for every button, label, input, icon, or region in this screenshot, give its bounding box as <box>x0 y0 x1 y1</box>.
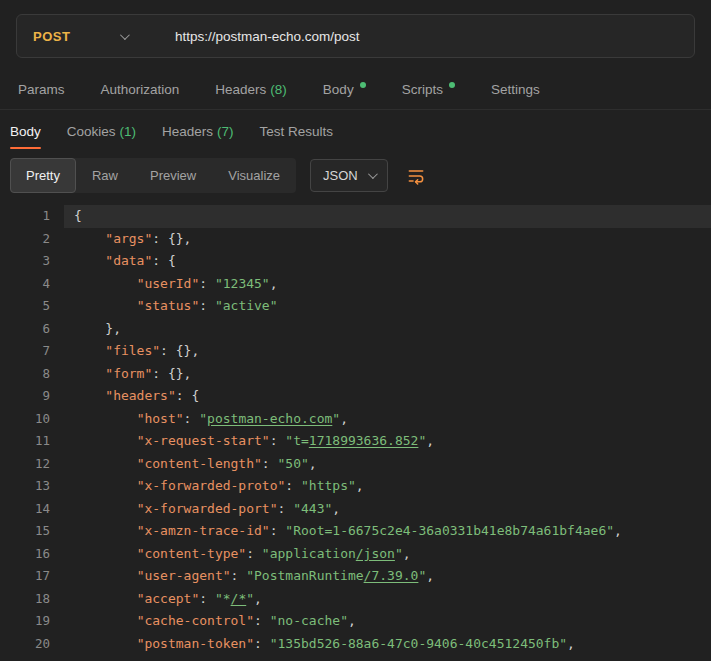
tab-label: Settings <box>491 82 540 97</box>
request-tab-settings[interactable]: Settings <box>491 70 540 109</box>
chevron-down-icon <box>120 30 130 40</box>
line-number: 3 <box>0 250 64 273</box>
response-tab-headers[interactable]: Headers (7) <box>162 110 234 152</box>
language-select[interactable]: JSON <box>310 159 388 192</box>
line-number: 5 <box>0 295 64 318</box>
response-tab-cookies[interactable]: Cookies (1) <box>67 110 136 152</box>
tab-count-badge: (7) <box>217 124 234 139</box>
code-line: 15 "x-amzn-trace-id": "Root=1-6675c2e4-3… <box>0 520 711 543</box>
tab-label: Body <box>10 124 41 139</box>
line-number: 4 <box>0 273 64 296</box>
response-tab-body[interactable]: Body <box>10 110 41 152</box>
method-label: POST <box>33 29 70 44</box>
line-number: 8 <box>0 363 64 386</box>
code-line: 11 "x-request-start": "t=1718993636.852"… <box>0 430 711 453</box>
code-line-content[interactable]: "x-forwarded-port": "443", <box>64 498 711 521</box>
code-line: 1{ <box>0 205 711 228</box>
code-line: 12 "content-length": "50", <box>0 453 711 476</box>
code-line-content[interactable]: "content-type": "application/json", <box>64 543 711 566</box>
view-tab-visualize[interactable]: Visualize <box>212 158 296 193</box>
code-line: 7 "files": {}, <box>0 340 711 363</box>
code-line-content[interactable]: "user-agent": "PostmanRuntime/7.39.0", <box>64 565 711 588</box>
line-number: 13 <box>0 475 64 498</box>
code-line: 6 }, <box>0 318 711 341</box>
code-line-content[interactable]: "form": {}, <box>64 363 711 386</box>
code-line: 2 "args": {}, <box>0 228 711 251</box>
code-line: 14 "x-forwarded-port": "443", <box>0 498 711 521</box>
line-number: 15 <box>0 520 64 543</box>
tab-label: Cookies <box>67 124 116 139</box>
code-line: 8 "form": {}, <box>0 363 711 386</box>
tab-count-badge: (8) <box>270 82 287 97</box>
code-line-content[interactable]: "accept": "*/*", <box>64 588 711 611</box>
code-line-content[interactable]: "x-request-start": "t=1718993636.852", <box>64 430 711 453</box>
view-tab-raw[interactable]: Raw <box>76 158 134 193</box>
line-number: 18 <box>0 588 64 611</box>
view-tab-pretty[interactable]: Pretty <box>10 158 76 193</box>
green-dot-icon <box>360 82 366 88</box>
code-line: 19 "cache-control": "no-cache", <box>0 610 711 633</box>
line-number: 17 <box>0 565 64 588</box>
line-number: 11 <box>0 430 64 453</box>
code-line-content[interactable]: "args": {}, <box>64 228 711 251</box>
code-line: 18 "accept": "*/*", <box>0 588 711 611</box>
url-box: POST https://postman-echo.com/post <box>16 14 695 58</box>
code-line: 16 "content-type": "application/json", <box>0 543 711 566</box>
request-tab-headers[interactable]: Headers (8) <box>215 70 287 109</box>
code-line: 20 "postman-token": "135bd526-88a6-47c0-… <box>0 633 711 656</box>
code-line-content[interactable]: "cache-control": "no-cache", <box>64 610 711 633</box>
tab-label: Headers <box>215 82 266 97</box>
wrap-text-button[interactable] <box>406 166 426 186</box>
url-input[interactable]: https://postman-echo.com/post <box>175 29 360 44</box>
code-line-content[interactable]: "x-amzn-trace-id": "Root=1-6675c2e4-36a0… <box>64 520 711 543</box>
line-number: 9 <box>0 385 64 408</box>
tab-label: Params <box>18 82 65 97</box>
tab-label: Body <box>323 82 354 97</box>
code-line: 4 "userId": "12345", <box>0 273 711 296</box>
code-line-content[interactable]: "postman-token": "135bd526-88a6-47c0-940… <box>64 633 711 656</box>
tab-label: Headers <box>162 124 213 139</box>
code-line-content[interactable]: "x-forwarded-proto": "https", <box>64 475 711 498</box>
line-number: 16 <box>0 543 64 566</box>
code-line-content[interactable]: "content-length": "50", <box>64 453 711 476</box>
code-line-content[interactable]: { <box>64 205 711 228</box>
code-line-content[interactable]: "status": "active" <box>64 295 711 318</box>
code-line: 5 "status": "active" <box>0 295 711 318</box>
line-number: 14 <box>0 498 64 521</box>
response-tab-test-results[interactable]: Test Results <box>260 110 334 152</box>
code-line: 13 "x-forwarded-proto": "https", <box>0 475 711 498</box>
line-number: 6 <box>0 318 64 341</box>
view-mode-group: PrettyRawPreviewVisualize <box>10 158 296 193</box>
tab-label: Authorization <box>101 82 180 97</box>
code-line: 10 "host": "postman-echo.com", <box>0 408 711 431</box>
green-dot-icon <box>449 82 455 88</box>
request-tab-params[interactable]: Params <box>18 70 65 109</box>
code-line-content[interactable]: "files": {}, <box>64 340 711 363</box>
response-tabs: BodyCookies (1)Headers (7)Test Results <box>0 110 711 152</box>
request-tab-authorization[interactable]: Authorization <box>101 70 180 109</box>
line-number: 10 <box>0 408 64 431</box>
request-url-bar: POST https://postman-echo.com/post <box>0 0 711 70</box>
tab-label: Scripts <box>402 82 443 97</box>
method-selector[interactable]: POST <box>17 15 141 57</box>
view-tab-preview[interactable]: Preview <box>134 158 212 193</box>
request-tab-body[interactable]: Body <box>323 70 366 109</box>
line-number: 20 <box>0 633 64 656</box>
chevron-down-icon <box>368 169 378 179</box>
code-line-content[interactable]: "headers": { <box>64 385 711 408</box>
code-line-content[interactable]: "data": { <box>64 250 711 273</box>
request-tab-scripts[interactable]: Scripts <box>402 70 455 109</box>
response-body-editor[interactable]: 1{2 "args": {},3 "data": {4 "userId": "1… <box>0 203 711 655</box>
line-number: 12 <box>0 453 64 476</box>
line-number: 2 <box>0 228 64 251</box>
request-tabs: ParamsAuthorizationHeaders (8)BodyScript… <box>0 70 711 110</box>
code-line-content[interactable]: "host": "postman-echo.com", <box>64 408 711 431</box>
wrap-text-icon <box>406 166 426 186</box>
code-line: 9 "headers": { <box>0 385 711 408</box>
code-line-content[interactable]: }, <box>64 318 711 341</box>
code-line-content[interactable]: "userId": "12345", <box>64 273 711 296</box>
response-view-toolbar: PrettyRawPreviewVisualize JSON <box>0 152 711 203</box>
tab-count-badge: (1) <box>120 124 137 139</box>
line-number: 7 <box>0 340 64 363</box>
code-line: 17 "user-agent": "PostmanRuntime/7.39.0"… <box>0 565 711 588</box>
